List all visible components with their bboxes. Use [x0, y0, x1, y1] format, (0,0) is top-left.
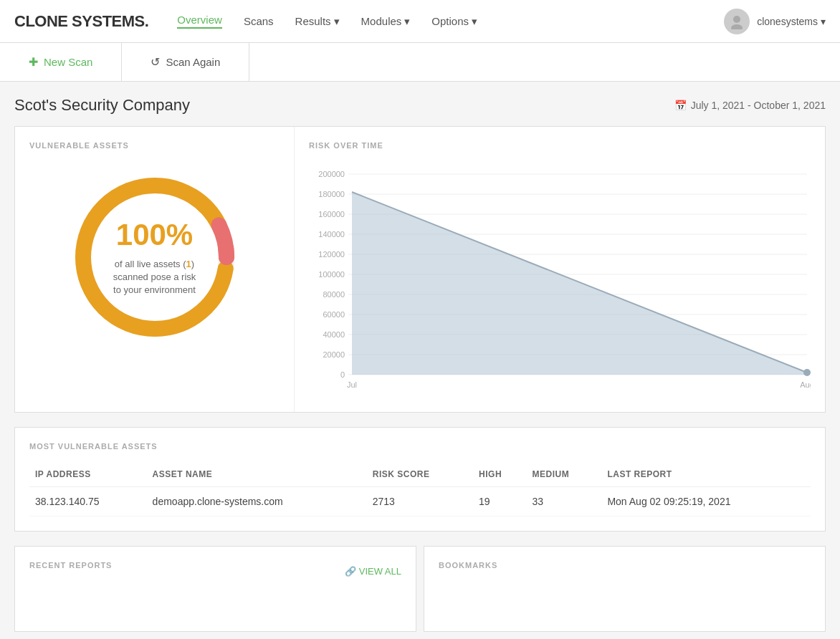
scan-again-button[interactable]: ↺ Scan Again: [122, 43, 249, 81]
donut-text: 100% of all live assets (1) scanned pose…: [108, 218, 201, 297]
svg-text:20000: 20000: [323, 350, 345, 359]
col-last-report: LAST REPORT: [601, 462, 811, 487]
svg-point-0: [733, 16, 740, 23]
chevron-down-icon: ▾: [472, 15, 477, 28]
nav-overview[interactable]: Overview: [177, 14, 222, 29]
table-row[interactable]: 38.123.140.75 demoapp.clone-systems.com …: [29, 487, 811, 517]
brand-logo: CLONE SYSTEMS.: [14, 12, 148, 31]
username-dropdown[interactable]: clonesystems ▾: [757, 16, 826, 27]
recent-reports-label: RECENT REPORTS: [29, 561, 112, 570]
risk-over-time-label: RISK OVER TIME: [309, 141, 811, 150]
chevron-down-icon: ▾: [821, 16, 826, 27]
svg-text:0: 0: [340, 370, 345, 379]
recent-reports-panel: RECENT REPORTS 🔗 VIEW ALL: [14, 546, 416, 632]
date-range: 📅 July 1, 2021 - October 1, 2021: [674, 100, 826, 111]
svg-text:Aug: Aug: [800, 380, 811, 389]
donut-chart: 100% of all live assets (1) scanned pose…: [62, 164, 248, 350]
svg-text:140000: 140000: [318, 230, 345, 239]
navbar: CLONE SYSTEMS. Overview Scans Results ▾ …: [0, 0, 840, 43]
dashboard-row: VULNERABLE ASSETS 100% of all live a: [14, 126, 826, 413]
svg-point-1: [731, 24, 743, 29]
cell-asset-name: demoapp.clone-systems.com: [147, 487, 367, 517]
cell-risk-score: 2713: [367, 487, 473, 517]
svg-text:80000: 80000: [323, 290, 345, 299]
date-range-text: July 1, 2021 - October 1, 2021: [691, 100, 826, 111]
nav-links: Overview Scans Results ▾ Modules ▾ Optio…: [177, 14, 724, 29]
chevron-down-icon: ▾: [334, 15, 340, 28]
most-vulnerable-section: MOST VULNERABLE ASSETS IP ADDRESS ASSET …: [14, 427, 826, 532]
svg-text:160000: 160000: [318, 210, 345, 218]
nav-modules[interactable]: Modules ▾: [361, 15, 411, 28]
refresh-icon: ↺: [151, 55, 160, 69]
nav-options[interactable]: Options ▾: [431, 15, 477, 28]
new-scan-button[interactable]: ✚ New Scan: [0, 43, 122, 81]
col-risk-score: RISK SCORE: [367, 462, 473, 487]
svg-text:100000: 100000: [318, 270, 345, 279]
bookmarks-panel: BOOKMARKS: [424, 546, 826, 632]
chart-svg: 200000 180000 160000 140000 120000 10000…: [309, 164, 811, 393]
cell-medium: 33: [527, 487, 602, 517]
nav-scans[interactable]: Scans: [244, 15, 274, 27]
col-asset-name: ASSET NAME: [147, 462, 367, 487]
vulnerable-assets-panel: VULNERABLE ASSETS 100% of all live a: [15, 127, 295, 412]
donut-subtitle: of all live assets (1) scanned pose a ri…: [108, 258, 201, 297]
main-content: Scot's Security Company 📅 July 1, 2021 -…: [0, 82, 840, 639]
col-high: HIGH: [473, 462, 526, 487]
col-medium: MEDIUM: [527, 462, 602, 487]
plus-icon: ✚: [29, 55, 38, 69]
svg-text:200000: 200000: [318, 170, 345, 178]
page-header: Scot's Security Company 📅 July 1, 2021 -…: [14, 96, 826, 115]
svg-text:40000: 40000: [323, 330, 345, 339]
action-bar: ✚ New Scan ↺ Scan Again: [0, 43, 840, 82]
calendar-icon: 📅: [674, 100, 687, 111]
risk-over-time-panel: RISK OVER TIME 200000 180000 160000 1400…: [295, 127, 825, 412]
svg-text:Jul: Jul: [347, 380, 357, 389]
cell-last-report: Mon Aug 02 09:25:19, 2021: [601, 487, 811, 517]
nav-right: clonesystems ▾: [724, 9, 826, 34]
vulnerable-assets-label: VULNERABLE ASSETS: [29, 141, 280, 150]
svg-text:180000: 180000: [318, 190, 345, 198]
table-header-row: IP ADDRESS ASSET NAME RISK SCORE HIGH ME…: [29, 462, 811, 487]
svg-text:120000: 120000: [318, 250, 345, 259]
col-ip-address: IP ADDRESS: [29, 462, 147, 487]
svg-text:60000: 60000: [323, 310, 345, 319]
svg-point-29: [803, 369, 811, 376]
donut-percent: 100%: [108, 218, 201, 252]
chart-container: 200000 180000 160000 140000 120000 10000…: [309, 164, 811, 393]
view-all-link[interactable]: 🔗 VIEW ALL: [345, 566, 401, 577]
avatar: [724, 9, 750, 34]
bottom-row: RECENT REPORTS 🔗 VIEW ALL BOOKMARKS: [14, 546, 826, 632]
page-title: Scot's Security Company: [14, 96, 190, 115]
cell-high: 19: [473, 487, 526, 517]
chevron-down-icon: ▾: [404, 15, 410, 28]
vulnerable-assets-table: IP ADDRESS ASSET NAME RISK SCORE HIGH ME…: [29, 462, 811, 517]
recent-reports-header: RECENT REPORTS 🔗 VIEW ALL: [29, 561, 401, 581]
cell-ip: 38.123.140.75: [29, 487, 147, 517]
most-vulnerable-label: MOST VULNERABLE ASSETS: [29, 442, 811, 451]
link-icon: 🔗: [345, 566, 356, 577]
bookmarks-label: BOOKMARKS: [439, 561, 811, 570]
nav-results[interactable]: Results ▾: [295, 15, 340, 28]
